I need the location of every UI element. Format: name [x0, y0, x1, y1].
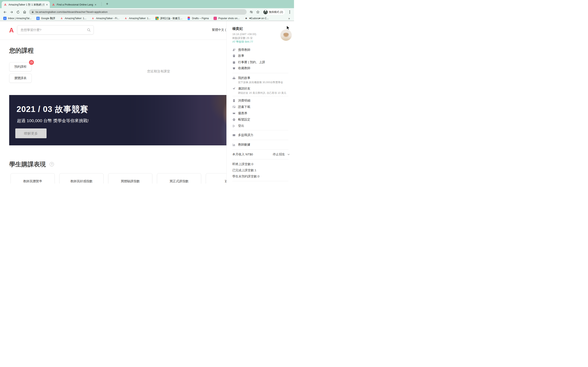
- search-icon[interactable]: [87, 28, 91, 32]
- my-story-subtext: 寫下故事,就有機會獲 30,000台幣獎學金: [238, 81, 283, 84]
- stop-recruiting-toggle[interactable]: 停止招生: [273, 152, 285, 156]
- invite-subtext: 贈送好友 20 美元學外語, 自己再領 10 美元: [238, 91, 286, 95]
- pinwheel-icon: [155, 17, 159, 20]
- header-divider: [0, 40, 226, 40]
- bookmark-inbox[interactable]: ≡Inbox | AmazingTal...: [3, 17, 31, 20]
- courses-title: 您的課程: [9, 47, 34, 55]
- reload-icon[interactable]: [15, 10, 21, 14]
- panel-divider: [232, 181, 288, 181]
- site-logo[interactable]: A: [9, 27, 14, 34]
- bookmark-google-translate[interactable]: G文Google 翻譯: [36, 17, 55, 20]
- amazingtalker-favicon: A: [52, 3, 55, 6]
- menu-coupons[interactable]: 優惠券: [232, 111, 247, 115]
- banner-subtitle: 超過 100,000 台幣 獎學金等你來挑戰!: [17, 118, 89, 124]
- close-tab-icon[interactable]: ×: [46, 3, 48, 6]
- open-book-icon: [232, 133, 236, 137]
- language-selector[interactable]: 繁體中文 (: [212, 28, 226, 32]
- mouse-cursor: [286, 25, 290, 31]
- user-time: 16:18 (GMT +08:00): [232, 33, 256, 36]
- my-story-icon: [232, 76, 236, 80]
- menu-purchase-details[interactable]: 消費明細: [232, 99, 250, 103]
- tab-find-professional[interactable]: A Find a Professional Online Lang ×: [50, 1, 98, 8]
- receipt-icon: [232, 99, 236, 102]
- bookmarks-overflow-icon[interactable]: »: [288, 17, 290, 20]
- browser-menu-icon[interactable]: [287, 10, 293, 14]
- search-input[interactable]: [21, 25, 86, 34]
- gear-icon: [232, 118, 236, 121]
- browser-toolbar: tw.amazingtalker.com/dashboard/teacher?l…: [0, 8, 294, 16]
- amazingtalker-icon: A: [124, 17, 127, 20]
- menu-favorite-teachers[interactable]: 收藏教師: [232, 66, 250, 70]
- amazingtalker-icon: A: [91, 17, 95, 20]
- menu-my-story[interactable]: 我的故事: [232, 76, 250, 80]
- address-bar[interactable]: tw.amazingtalker.com/dashboard/teacher?l…: [29, 9, 247, 15]
- card-trial-purchase-index[interactable]: 買體驗課指數: [108, 173, 152, 184]
- bookmarks-bar: ≡Inbox | AmazingTal... G文Google 翻譯 AAmaz…: [0, 16, 294, 21]
- stat-upcoming: 即將上課堂數:0: [232, 162, 253, 166]
- menu-search-teacher[interactable]: 搜尋教師: [232, 48, 250, 52]
- certificate-icon: [232, 105, 236, 109]
- notification-badge: 25: [29, 60, 34, 65]
- stat-unbooked: 學生未預約課堂數:0: [232, 175, 259, 178]
- menu-teacher-data[interactable]: 教師數據: [232, 143, 250, 147]
- bookmark-amazingtalker-fi[interactable]: AAmazingTalker - Fi...: [91, 17, 119, 20]
- card-formal-purchase-index[interactable]: 買正式課指數: [157, 173, 201, 184]
- menu-invite-friends[interactable]: 邀請好友: [232, 87, 250, 91]
- new-tab-button[interactable]: +: [104, 1, 110, 6]
- empty-state-text: 您近期沒有課堂: [147, 69, 170, 74]
- incognito-badge[interactable]: 無痕模式 (2): [263, 9, 285, 15]
- search-box: [17, 25, 94, 34]
- calendar-icon: [232, 61, 236, 64]
- tab-amazingtalker[interactable]: A AmazingTalker 1 對 1 家教網 | 找 ×: [2, 1, 50, 8]
- back-icon[interactable]: [2, 10, 8, 14]
- coupon-icon: [232, 112, 236, 115]
- tab-title: AmazingTalker 1 對 1 家教網 | 找: [9, 3, 44, 7]
- user-avatar[interactable]: [280, 29, 292, 41]
- bookmark-amazingtalker[interactable]: AAmazingTalker: 1...: [60, 17, 86, 20]
- close-tab-icon[interactable]: ×: [95, 3, 96, 6]
- page-content: A 繁體中文 ( 您的課程 預約課程 25 瀏覽課表 您近期沒有課堂 2021 …: [0, 21, 294, 184]
- at-balance: AT 幣餘額 $44.77: [232, 40, 253, 44]
- panel-divider: [232, 130, 288, 130]
- amazingtalker-favicon: A: [4, 3, 7, 6]
- panel-divider: [232, 159, 288, 159]
- inbox-icon: ≡: [3, 17, 7, 20]
- card-teacher-page-views[interactable]: 教師頁瀏覽率: [11, 173, 55, 184]
- stat-completed: 已完成上課堂數:1: [232, 168, 256, 172]
- amazingtalker-icon: A: [60, 17, 63, 20]
- chevron-down-icon[interactable]: [287, 153, 290, 156]
- browse-schedule-button[interactable]: 瀏覽課表: [9, 74, 32, 83]
- bookmark-star-icon[interactable]: [255, 10, 261, 14]
- menu-logout[interactable]: 登出: [232, 124, 244, 128]
- home-icon[interactable]: [21, 10, 28, 14]
- bookmark-course-discussion[interactable]: 課程討論 - 動畫互...: [155, 17, 182, 20]
- panel-divider: [232, 150, 288, 150]
- tab-title: Find a Professional Online Lang: [57, 3, 93, 6]
- panel-divider: [232, 73, 288, 73]
- performance-title: 學生購課表現: [9, 160, 46, 169]
- bar-chart-icon: [232, 143, 236, 146]
- menu-calendar[interactable]: 行事曆 | 預約、上課: [232, 60, 265, 64]
- card-teacher-page-likes[interactable]: 教師頁好感指數: [60, 173, 104, 184]
- menu-certificate-download[interactable]: 證書下載: [232, 105, 250, 109]
- menu-account-settings[interactable]: 帳號設定: [232, 118, 250, 122]
- menu-toeic-career[interactable]: 多益職涯力: [232, 133, 253, 137]
- book-course-button[interactable]: 預約課程 25: [9, 62, 32, 71]
- bookmark-dribbble[interactable]: Popular shots on...: [214, 17, 240, 20]
- bookmark-eudora[interactable]: ❖♥Eudora♥ on C...: [245, 17, 269, 20]
- panel-divider: [232, 140, 288, 140]
- menu-stories[interactable]: 故事: [232, 54, 244, 58]
- bookmark-amazingtalker-2[interactable]: AAmazingTalker: 1...: [124, 17, 150, 20]
- dribbble-icon: [214, 17, 217, 20]
- user-name: 楊貴妃: [232, 26, 243, 31]
- tab-bar: A AmazingTalker 1 對 1 家教網 | 找 × A Find a…: [0, 0, 294, 8]
- eye-off-icon[interactable]: [248, 10, 255, 14]
- help-icon[interactable]: ?: [50, 162, 54, 166]
- incognito-icon: [263, 10, 268, 14]
- forward-icon[interactable]: [8, 10, 15, 14]
- bookmark-figma[interactable]: Drafts – Figma: [187, 17, 209, 20]
- lock-icon: [31, 11, 34, 13]
- learn-more-button[interactable]: 瞭解更多: [15, 128, 47, 138]
- search-teacher-icon: [232, 48, 236, 52]
- figma-icon: [188, 17, 190, 20]
